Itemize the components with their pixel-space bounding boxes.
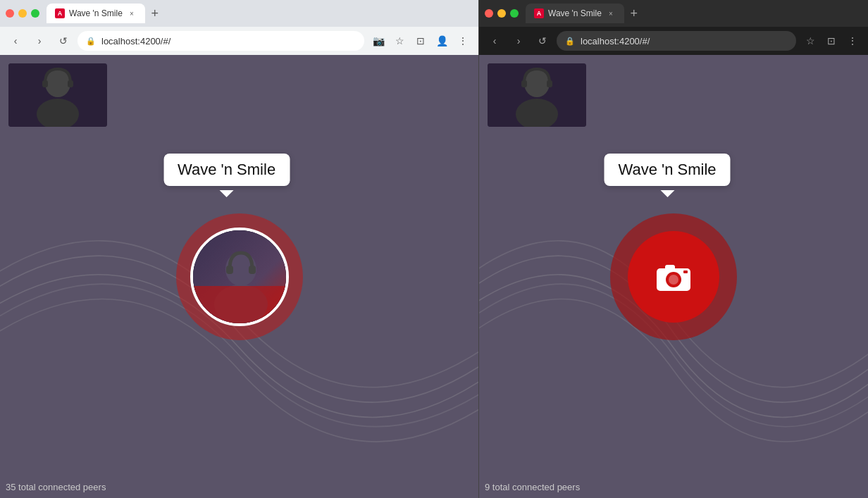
left-tab-menu-icon[interactable]: ⊡: [411, 31, 430, 51]
right-circle-inner: [628, 231, 719, 323]
right-bookmark-icon[interactable]: ☆: [800, 31, 820, 51]
right-address-bar[interactable]: 🔒 localhost:4200/#/: [557, 31, 796, 51]
right-reader-icon[interactable]: ⊡: [822, 31, 841, 51]
right-nav-bar: ‹ › ↺ 🔒 localhost:4200/#/ ☆ ⊡ ⋮: [479, 27, 868, 55]
left-address-bar[interactable]: 🔒 localhost:4200/#/: [78, 31, 364, 51]
right-self-video-inner: [488, 63, 586, 127]
left-avatar-icon[interactable]: 👤: [432, 31, 452, 51]
right-nav-actions: ☆ ⊡ ⋮: [800, 31, 862, 51]
svg-rect-2: [42, 80, 48, 87]
left-tab-favicon: A: [55, 8, 65, 18]
left-new-tab-button[interactable]: +: [145, 4, 165, 23]
right-title-bar: A Wave 'n Smile × +: [479, 0, 868, 27]
left-self-video-inner: [8, 63, 107, 127]
right-maximize-button[interactable]: [510, 9, 519, 18]
left-back-button[interactable]: ‹: [6, 31, 25, 51]
right-speech-bubble: Wave 'n Smile: [604, 154, 730, 186]
right-status-bar: 9 total connected peers: [485, 482, 580, 492]
left-app-content: Wave 'n Smile: [0, 55, 478, 498]
right-camera-icon: [652, 256, 695, 298]
left-cast-icon[interactable]: 📷: [368, 31, 388, 51]
right-circle-outer: [610, 213, 737, 340]
left-maximize-button[interactable]: [31, 9, 39, 18]
left-title-bar: A Wave 'n Smile × +: [0, 0, 478, 27]
right-back-button[interactable]: ‹: [485, 31, 504, 51]
svg-rect-13: [521, 80, 527, 87]
svg-rect-3: [68, 80, 73, 87]
left-forward-button[interactable]: ›: [30, 31, 49, 51]
left-nav-bar: ‹ › ↺ 🔒 localhost:4200/#/ 📷 ☆ ⊡ 👤 ⋮: [0, 27, 478, 55]
right-address-text: localhost:4200/#/: [581, 36, 650, 46]
left-circle-outer: [176, 213, 303, 340]
left-self-video: [8, 63, 107, 127]
right-tab-close[interactable]: ×: [606, 8, 616, 18]
left-minimize-button[interactable]: [18, 9, 27, 18]
left-circle-video: [193, 230, 286, 323]
left-nav-actions: 📷 ☆ ⊡ 👤 ⋮: [368, 31, 473, 51]
right-active-tab[interactable]: A Wave 'n Smile ×: [526, 4, 624, 23]
left-active-tab[interactable]: A Wave 'n Smile ×: [46, 4, 145, 23]
right-more-icon[interactable]: ⋮: [843, 31, 862, 51]
left-tab-title: Wave 'n Smile: [69, 8, 123, 18]
left-browser-window: A Wave 'n Smile × + ‹ › ↺ 🔒 localhost:42…: [0, 0, 479, 498]
right-new-tab-button[interactable]: +: [624, 4, 644, 23]
right-center-circle[interactable]: [610, 213, 737, 340]
right-app-content: Wave 'n Smile: [479, 55, 868, 498]
right-reload-button[interactable]: ↺: [533, 31, 552, 51]
left-tab-bar: A Wave 'n Smile × +: [46, 0, 473, 27]
right-lock-icon: 🔒: [565, 37, 575, 46]
svg-rect-19: [665, 265, 675, 270]
left-center-circle[interactable]: [176, 213, 303, 340]
right-tab-title: Wave 'n Smile: [548, 8, 602, 18]
right-self-video: [488, 63, 586, 127]
right-minimize-button[interactable]: [497, 9, 506, 18]
left-window-controls: [6, 9, 39, 18]
left-circle-inner: [190, 228, 289, 326]
left-reload-button[interactable]: ↺: [54, 31, 73, 51]
left-address-text: localhost:4200/#/: [101, 36, 170, 46]
right-close-button[interactable]: [485, 9, 493, 18]
right-window-controls: [485, 9, 519, 18]
left-speech-bubble: Wave 'n Smile: [163, 154, 290, 186]
svg-point-18: [669, 275, 678, 285]
svg-rect-9: [249, 266, 256, 274]
left-close-button[interactable]: [6, 9, 14, 18]
right-forward-button[interactable]: ›: [509, 31, 528, 51]
right-browser-window: A Wave 'n Smile × + ‹ › ↺ 🔒 localhost:42…: [479, 0, 868, 498]
left-lock-icon: 🔒: [86, 37, 96, 46]
right-tab-favicon: A: [534, 8, 544, 18]
left-status-bar: 35 total connected peers: [6, 482, 106, 492]
right-tab-bar: A Wave 'n Smile × +: [526, 0, 862, 27]
left-bookmark-icon[interactable]: ☆: [390, 31, 409, 51]
left-more-icon[interactable]: ⋮: [453, 31, 473, 51]
svg-rect-8: [226, 266, 233, 274]
left-tab-close[interactable]: ×: [127, 8, 137, 18]
svg-rect-14: [547, 80, 552, 87]
svg-rect-20: [683, 270, 688, 273]
